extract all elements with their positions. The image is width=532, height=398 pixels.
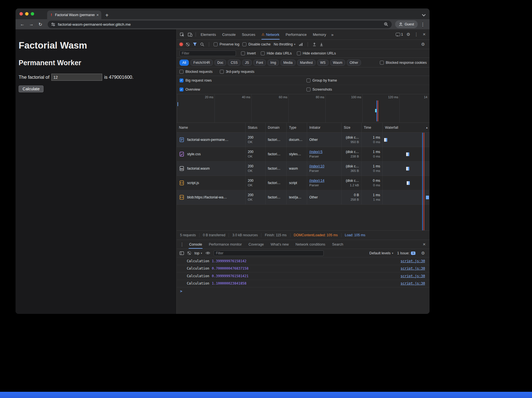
checkbox[interactable] [214,42,218,46]
checkbox[interactable] [380,61,384,65]
network-overview-timeline[interactable]: 20 ms 40 ms 60 ms 80 ms 100 ms 120 ms 14 [177,94,430,123]
network-settings-icon[interactable]: ⚙ [419,41,427,48]
more-tabs-button[interactable]: » [329,32,335,37]
drawer-close-button[interactable]: × [421,241,428,248]
source-link[interactable]: script.js:30 [400,274,425,278]
initiator-link[interactable]: (index):5 [309,150,339,154]
source-link[interactable]: script.js:30 [400,259,425,263]
filter-pill-manifest[interactable]: Manifest [297,60,316,66]
request-row-blob[interactable]: blob:https://factorial-wa… 200OK factori… [177,190,430,205]
filter-pill-all[interactable]: All [179,60,189,66]
request-row-script[interactable]: script.js 200OK factori… script (index):… [177,176,430,190]
console-message[interactable]: Calculation 1.399999976158142 script.js:… [177,257,430,265]
preserve-log-checkbox[interactable]: Preserve log [214,42,239,46]
log-levels-select[interactable]: Default levels ▾ [369,251,393,255]
export-har-icon[interactable] [319,42,323,46]
drawer-tab-search[interactable]: Search [329,240,347,249]
group-by-frame-checkbox[interactable]: Group by frame [306,78,427,82]
big-request-rows-checkbox[interactable]: ✓ Big request rows [179,78,306,82]
checkbox[interactable] [220,70,224,74]
network-conditions-icon[interactable] [299,42,303,46]
filter-pill-css[interactable]: CSS [228,60,240,66]
drawer-tab-coverage[interactable]: Coverage [245,240,267,249]
zoom-icon[interactable] [384,22,388,27]
column-header-name[interactable]: Name [177,123,246,132]
filter-pill-media[interactable]: Media [281,60,295,66]
blocked-response-cookies-checkbox[interactable]: Blocked response cookies [380,61,427,65]
request-row-wasm[interactable]: WA factorial.wasm 200OK factori… wasm (i… [177,161,430,176]
checkbox-checked[interactable]: ✓ [179,78,183,82]
filter-icon[interactable] [193,42,197,46]
screenshots-checkbox[interactable]: Screenshots [306,88,427,91]
live-expression-eye-icon[interactable] [205,251,210,255]
devtools-menu-icon[interactable]: ⋮ [413,31,420,38]
factorial-input[interactable] [51,74,102,81]
url-text[interactable]: factorial-wasm-permanent-worker.glitch.m… [58,22,131,27]
initiator-link[interactable]: (index):14 [309,178,339,183]
column-header-size[interactable]: Size [341,123,362,132]
search-icon[interactable] [200,42,204,47]
network-filter-input[interactable] [179,51,236,56]
console-filter-input[interactable] [214,250,324,256]
blocked-requests-checkbox[interactable]: Blocked requests [179,70,213,74]
devtools-tab-performance[interactable]: Performance [283,29,309,40]
checkbox[interactable] [261,51,265,55]
checkbox-checked[interactable]: ✓ [179,88,183,91]
hide-data-urls-checkbox[interactable]: Hide data URLs [261,51,292,55]
record-network-log-button[interactable] [179,43,183,46]
filter-pill-img[interactable]: Img [268,60,279,66]
clear-network-log-icon[interactable] [186,43,190,46]
console-prompt[interactable]: > [177,287,430,295]
filter-pill-doc[interactable]: Doc [214,60,226,66]
request-row-stylesheet[interactable]: style.css 200OK factori… styles… (index)… [177,147,430,161]
filter-pill-other[interactable]: Other [347,60,361,66]
window-zoom-button[interactable] [31,12,34,16]
import-har-icon[interactable] [312,42,316,46]
devtools-close-button[interactable]: × [421,31,428,38]
drawer-tab-whats-new[interactable]: What's new [267,240,292,249]
checkbox[interactable] [306,78,310,82]
issues-counter-button[interactable]: 1 [395,31,404,38]
source-link[interactable]: script.js:30 [400,266,425,270]
forward-button[interactable]: → [27,20,35,28]
checkbox[interactable] [297,51,301,55]
inspect-element-icon[interactable] [178,31,186,38]
filter-pill-wasm[interactable]: Wasm [330,60,345,66]
back-button[interactable]: ← [18,20,26,28]
filter-pill-fetch-xhr[interactable]: Fetch/XHR [191,60,213,66]
checkbox[interactable] [306,88,310,91]
devtools-tab-memory[interactable]: Memory [310,29,329,40]
column-header-status[interactable]: Status [246,123,266,132]
column-header-waterfall[interactable]: Waterfall ▲ [383,123,430,132]
third-party-requests-checkbox[interactable]: 3rd-party requests [220,70,254,74]
tab-close-button[interactable]: × [97,13,99,17]
console-settings-icon[interactable]: ⚙ [419,250,427,257]
source-link[interactable]: script.js:30 [400,281,425,285]
browser-tab[interactable]: ! Factorial Wasm (permanent W × [47,10,101,19]
checkbox[interactable] [179,70,183,74]
devtools-tab-console[interactable]: Console [219,29,238,40]
console-message[interactable]: Calculation 0.7000000476837158 script.js… [177,265,430,273]
reload-button[interactable]: ↻ [36,20,44,28]
calculate-button[interactable]: Calculate [19,86,43,92]
filter-pill-font[interactable]: Font [253,60,266,66]
browser-menu-button[interactable]: ⋮ [419,20,427,28]
drawer-tab-performance-monitor[interactable]: Performance monitor [205,240,245,249]
devtools-tab-network[interactable]: ⚠ Network [259,29,282,40]
filter-pill-js[interactable]: JS [242,60,252,66]
checkbox[interactable] [241,51,245,55]
column-header-time[interactable]: Time [362,123,383,132]
console-message[interactable]: Calculation 1.100000023841858 script.js:… [177,280,430,288]
devtools-settings-icon[interactable]: ⚙ [405,31,412,38]
column-header-domain[interactable]: Domain [266,123,287,132]
filter-pill-ws[interactable]: WS [317,60,328,66]
overview-checkbox[interactable]: ✓ Overview [179,88,306,91]
column-header-initiator[interactable]: Initiator [307,123,341,132]
address-bar[interactable]: factorial-wasm-permanent-worker.glitch.m… [48,21,392,28]
issues-link[interactable]: 1 Issue: 1 [397,251,415,255]
drawer-tab-network-conditions[interactable]: Network conditions [292,240,329,249]
clear-console-icon[interactable] [187,251,191,255]
drawer-tab-console[interactable]: Console [186,240,205,249]
profile-button[interactable]: Guest [395,20,418,28]
device-toolbar-icon[interactable] [186,31,194,38]
